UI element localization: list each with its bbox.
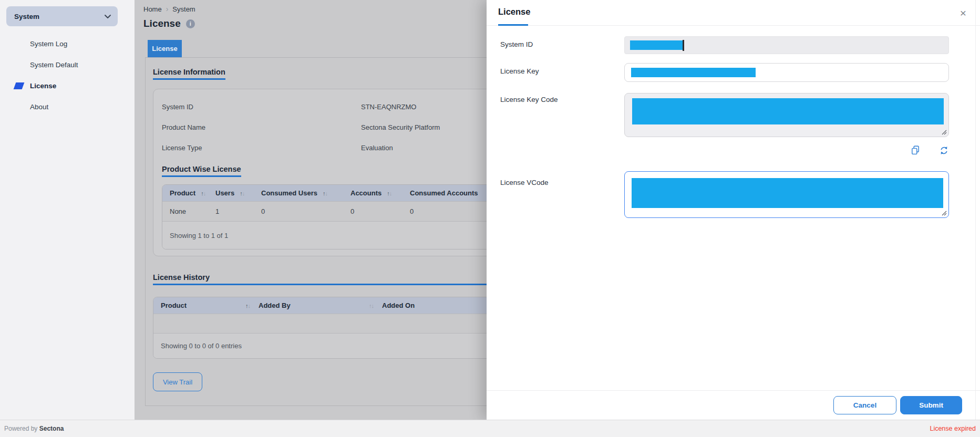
info-icon[interactable]: i	[186, 19, 195, 28]
view-trail-button[interactable]: View Trail	[153, 372, 202, 391]
field-value: Evaluation	[361, 144, 393, 152]
breadcrumb-home[interactable]: Home	[143, 5, 162, 13]
field-label: Product Name	[162, 123, 361, 131]
sidebar: System System Log System Default License…	[0, 0, 135, 420]
field-value: Sectona Security Platform	[361, 123, 440, 131]
drawer-header: License ×	[487, 0, 980, 26]
license-vcode-label: License VCode	[500, 171, 624, 218]
column-label: Product	[170, 189, 195, 197]
close-icon[interactable]: ×	[959, 6, 967, 19]
page-title-row: License i	[143, 18, 195, 29]
breadcrumb-current[interactable]: System	[172, 5, 195, 13]
tab-license[interactable]: License	[148, 40, 182, 57]
form-row-license-key-code: License Key Code	[500, 93, 949, 137]
sort-icon: ↑↓	[369, 303, 374, 309]
brand-name: Sectona	[39, 425, 64, 432]
license-parallelogram-icon	[14, 82, 25, 89]
license-vcode-textarea[interactable]	[624, 171, 949, 218]
resize-grip-icon[interactable]	[941, 129, 947, 135]
resize-grip-icon[interactable]	[941, 210, 947, 216]
sidebar-item-about[interactable]: About	[0, 96, 135, 117]
refresh-icon[interactable]	[939, 145, 949, 155]
sort-icon: ↑↓	[201, 190, 205, 196]
column-header-users[interactable]: Users ↑↓	[215, 189, 261, 197]
column-label: Accounts	[350, 189, 381, 197]
license-key-input[interactable]	[624, 63, 949, 82]
form-row-license-vcode: License VCode	[500, 171, 949, 218]
breadcrumb-separator-icon: ›	[166, 5, 169, 13]
cell-product: None	[162, 207, 215, 215]
sidebar-section-system[interactable]: System	[6, 6, 118, 26]
sidebar-item-label: System Log	[30, 40, 67, 48]
column-header-product[interactable]: Product ↑↓	[162, 189, 215, 197]
form-row-license-key: License Key	[500, 63, 949, 82]
sort-icon: ↑↓	[387, 190, 391, 196]
page-title: License	[143, 18, 181, 29]
copy-icon[interactable]	[910, 145, 921, 155]
drawer-actions: Cancel Submit	[487, 390, 980, 420]
sidebar-item-label: About	[30, 103, 48, 111]
masked-selected-text	[632, 178, 943, 208]
cell-consumed-users: 0	[261, 207, 350, 215]
column-header-product[interactable]: Product ↑↓	[153, 301, 259, 309]
chevron-down-icon	[104, 14, 111, 19]
system-id-input	[624, 36, 949, 54]
license-key-label: License Key	[500, 63, 624, 82]
form-row-system-id: System ID	[500, 36, 949, 54]
system-id-label: System ID	[500, 36, 624, 54]
powered-by-prefix: Powered by	[4, 425, 37, 432]
sidebar-item-label: System Default	[30, 61, 78, 69]
sidebar-section-label: System	[14, 13, 39, 20]
license-key-code-label: License Key Code	[500, 93, 624, 137]
license-drawer: License × System ID License Key License …	[487, 0, 980, 420]
sort-icon: ↑↓	[240, 190, 244, 196]
sidebar-item-label: License	[30, 82, 56, 90]
masked-selected-text	[631, 68, 756, 77]
column-header-consumed-users[interactable]: Consumed Users ↑↓	[261, 189, 350, 197]
sort-icon: ↑↓	[323, 190, 327, 196]
column-label: Added By	[259, 301, 291, 309]
column-header-added-by[interactable]: Added By ↑↓	[259, 301, 382, 309]
column-label: Added On	[382, 301, 415, 309]
drawer-title: License	[498, 7, 530, 17]
key-code-actions	[500, 143, 949, 157]
column-label: Consumed Users	[261, 189, 317, 197]
cancel-button[interactable]: Cancel	[833, 396, 896, 414]
column-label: Users	[215, 189, 234, 197]
cell-accounts: 0	[350, 207, 410, 215]
text-caret	[683, 40, 684, 51]
sidebar-item-system-log[interactable]: System Log	[0, 33, 135, 54]
sidebar-item-system-default[interactable]: System Default	[0, 54, 135, 75]
app-footer: Powered by Sectona License expired	[0, 420, 980, 437]
column-label: Product	[161, 301, 187, 309]
breadcrumb: Home › System	[143, 5, 195, 13]
column-label: Consumed Accounts	[410, 189, 478, 197]
sidebar-items: System Log System Default License About	[0, 33, 135, 117]
sidebar-item-license[interactable]: License	[0, 75, 135, 96]
masked-selected-text	[632, 98, 944, 124]
license-key-code-textarea[interactable]	[624, 93, 949, 137]
field-label: System ID	[162, 103, 361, 111]
field-label: License Type	[162, 144, 361, 152]
powered-by: Powered by Sectona	[4, 425, 64, 432]
field-value: STN-EAQNRZMO	[361, 103, 416, 111]
drawer-body: System ID License Key License Key Code	[487, 26, 980, 218]
license-information-heading: License Information	[153, 68, 225, 80]
column-header-accounts[interactable]: Accounts ↑↓	[350, 189, 410, 197]
product-wise-license-heading: Product Wise License	[162, 165, 241, 177]
cell-users: 1	[215, 207, 261, 215]
license-status-text: License expired	[930, 425, 976, 432]
sort-icon: ↑↓	[245, 303, 250, 309]
masked-selected-text	[630, 40, 683, 50]
submit-button[interactable]: Submit	[900, 396, 962, 414]
